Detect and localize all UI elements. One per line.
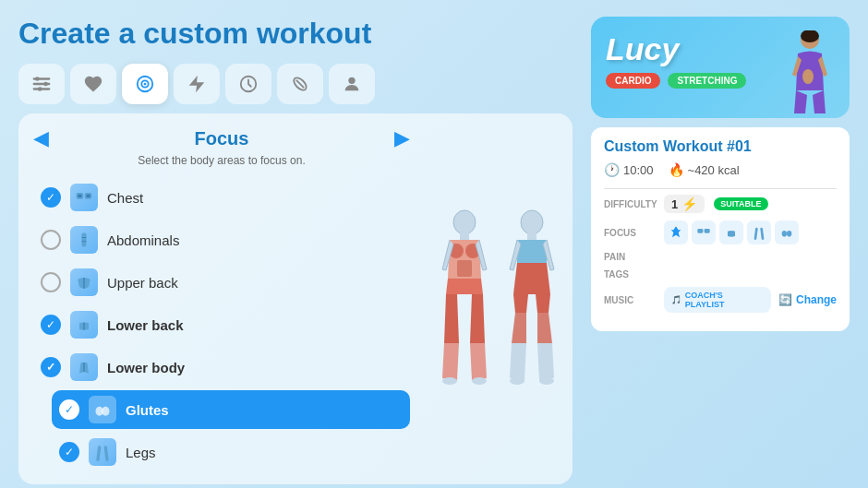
svg-rect-27 xyxy=(527,232,536,240)
stat-duration: 🕐 10:00 xyxy=(604,162,654,177)
change-icon: 🔄 xyxy=(778,293,792,306)
list-item-upper-back[interactable]: Upper back xyxy=(33,263,410,302)
list-item-chest[interactable]: ✓ Chest xyxy=(33,178,410,217)
svg-point-2 xyxy=(38,87,42,91)
tab-settings[interactable] xyxy=(18,64,65,104)
check-lower-back: ✓ xyxy=(41,315,61,335)
tab-focus[interactable] xyxy=(122,64,168,104)
focus-row: FOCUS xyxy=(604,220,837,244)
trainer-avatar xyxy=(778,30,842,118)
figure-wrapper xyxy=(435,209,562,389)
workout-title: Custom Workout #01 xyxy=(604,138,837,155)
focus-icon-5 xyxy=(775,220,799,244)
glutes-icon xyxy=(89,396,116,423)
body-list: ✓ Chest xyxy=(33,178,410,471)
focus-icon-2 xyxy=(692,220,716,244)
duration-value: 10:00 xyxy=(623,163,654,177)
body-front-figure xyxy=(435,209,495,389)
check-lower-body: ✓ xyxy=(41,357,61,377)
badge-cardio: CARDIO xyxy=(606,73,660,89)
svg-rect-34 xyxy=(705,229,710,233)
tags-row: TAGS xyxy=(604,269,837,280)
check-glutes: ✓ xyxy=(59,399,79,420)
calories-value: ~420 kcal xyxy=(688,163,740,177)
focus-icon-3 xyxy=(719,220,743,244)
tab-bar xyxy=(18,64,573,104)
svg-point-19 xyxy=(453,210,476,234)
svg-point-32 xyxy=(802,69,814,84)
svg-point-25 xyxy=(472,377,487,385)
focus-icon-4 xyxy=(747,220,771,244)
svg-point-0 xyxy=(35,77,40,81)
focus-header: ◀ Focus ▶ xyxy=(33,126,410,150)
focus-nav-right[interactable]: ▶ xyxy=(394,126,410,150)
left-panel: Create a custom workout xyxy=(18,17,573,484)
tab-pain[interactable] xyxy=(277,64,323,104)
diff-num: 1 xyxy=(671,197,678,211)
svg-rect-23 xyxy=(457,260,472,277)
music-label: MUSIC xyxy=(604,295,655,305)
music-section: 🎵 COACH'S PLAYLIST 🔄 Change xyxy=(664,287,837,313)
list-item-legs[interactable]: ✓ Legs xyxy=(52,433,410,471)
pain-row: PAIN xyxy=(604,252,837,262)
tab-duration[interactable] xyxy=(225,64,271,104)
clock-icon: 🕐 xyxy=(604,162,620,177)
music-change-button[interactable]: 🔄 Change xyxy=(778,293,837,306)
svg-point-1 xyxy=(43,82,48,87)
list-item-glutes[interactable]: ✓ Glutes xyxy=(52,390,410,429)
list-item-abdominals[interactable]: Abdominals xyxy=(33,220,410,259)
change-label: Change xyxy=(796,293,837,306)
abdominals-icon xyxy=(70,226,98,254)
focus-icon-1 xyxy=(664,220,688,244)
music-badge: 🎵 COACH'S PLAYLIST xyxy=(664,287,771,313)
bottom-bar: ◀ Back ● Select ✦ Generate workout xyxy=(0,484,868,488)
upper-back-icon xyxy=(70,268,98,296)
difficulty-value: 1 ⚡ xyxy=(664,195,705,213)
list-item-lower-back[interactable]: ✓ Lower back xyxy=(33,305,410,344)
chest-label: Chest xyxy=(107,190,143,206)
right-panel: Lucy CARDIO STRETCHING xyxy=(591,17,850,484)
svg-rect-12 xyxy=(78,195,81,197)
lower-back-label: Lower back xyxy=(107,317,184,333)
tags-label: TAGS xyxy=(604,269,655,280)
check-abdominals xyxy=(41,230,61,250)
suitable-badge: SUITABLE xyxy=(714,197,767,210)
divider-1 xyxy=(604,188,837,189)
chest-icon xyxy=(70,184,98,211)
tab-profile[interactable] xyxy=(329,64,375,104)
focus-subtitle: Select the body areas to focus on. xyxy=(33,154,410,167)
focus-title: Focus xyxy=(195,128,249,149)
workout-stats: 🕐 10:00 🔥 ~420 kcal xyxy=(604,162,837,177)
difficulty-label: DIFFICULTY xyxy=(604,199,655,209)
focus-nav-left[interactable]: ◀ xyxy=(33,126,49,150)
fire-icon: 🔥 xyxy=(669,162,684,177)
svg-point-26 xyxy=(521,210,543,234)
svg-point-24 xyxy=(442,377,457,385)
svg-point-9 xyxy=(348,77,355,84)
tab-heart-rate[interactable] xyxy=(70,64,116,104)
svg-point-18 xyxy=(102,407,109,416)
glutes-label: Glutes xyxy=(126,402,169,418)
difficulty-row: DIFFICULTY 1 ⚡ SUITABLE xyxy=(604,195,837,213)
focus-label: FOCUS xyxy=(604,228,655,238)
bolt-icon: ⚡ xyxy=(681,196,697,211)
lower-body-icon xyxy=(70,353,98,381)
svg-rect-14 xyxy=(82,233,87,247)
legs-icon xyxy=(89,438,116,466)
tab-intensity[interactable] xyxy=(174,64,220,104)
svg-point-36 xyxy=(787,231,791,237)
body-figure-area xyxy=(425,113,573,484)
trainer-card: Lucy CARDIO STRETCHING xyxy=(591,17,850,118)
body-back-figure xyxy=(502,209,562,389)
focus-panel: ◀ Focus ▶ Select the body areas to focus… xyxy=(18,113,573,484)
svg-point-5 xyxy=(144,83,147,86)
check-legs: ✓ xyxy=(59,442,79,462)
check-chest: ✓ xyxy=(41,187,61,208)
music-note-icon: 🎵 xyxy=(671,295,681,304)
list-item-lower-body[interactable]: ✓ Lower body xyxy=(33,348,410,387)
music-row: MUSIC 🎵 COACH'S PLAYLIST 🔄 Change xyxy=(604,287,837,313)
page-title: Create a custom workout xyxy=(18,17,573,51)
svg-rect-33 xyxy=(697,229,703,233)
svg-rect-13 xyxy=(87,195,90,197)
badge-stretching: STRETCHING xyxy=(668,73,746,89)
